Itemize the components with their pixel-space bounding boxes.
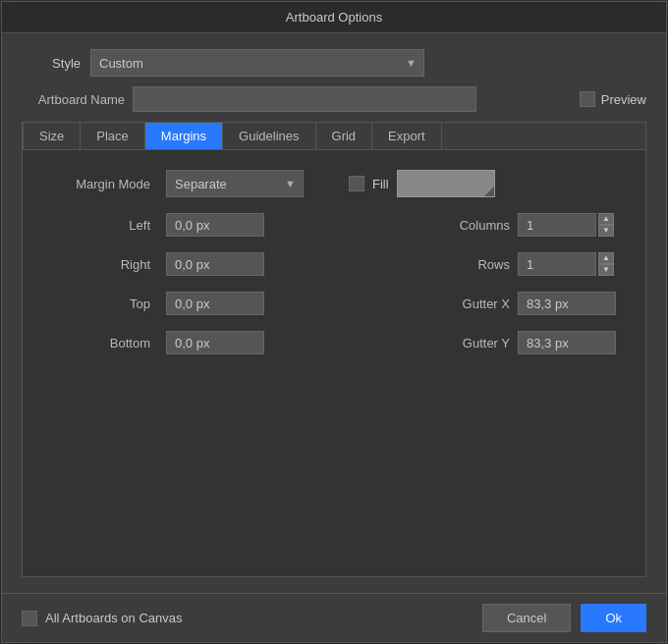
artboard-name-label: Artboard Name xyxy=(22,92,125,107)
artboard-name-left: Artboard Name xyxy=(22,86,476,112)
tab-margins[interactable]: Margins xyxy=(145,123,223,149)
tab-export[interactable]: Export xyxy=(372,123,442,149)
gutterx-row: Gutter X xyxy=(441,292,616,315)
preview-row: Preview xyxy=(580,91,646,107)
ok-button[interactable]: Ok xyxy=(581,604,646,632)
top-label: Top xyxy=(52,296,150,311)
artboard-name-row: Artboard Name Preview xyxy=(22,86,646,112)
dialog-content: Style Custom A4 Letter ▼ Artboard Name P… xyxy=(2,33,666,593)
style-label: Style xyxy=(22,56,81,71)
right-field-row: Right xyxy=(52,252,264,276)
footer-left: All Artboards on Canvas xyxy=(22,611,182,626)
gutter-x-input[interactable] xyxy=(518,292,616,315)
dialog-title: Artboard Options xyxy=(286,10,382,25)
tab-grid[interactable]: Grid xyxy=(316,123,373,149)
margin-mode-row: Margin Mode Separate Uniform ▼ Fill xyxy=(52,170,616,197)
columns-label: Columns xyxy=(441,218,510,233)
left-field-row: Left xyxy=(52,213,264,237)
bottom-field-row: Bottom xyxy=(52,331,264,354)
all-artboards-label: All Artboards on Canvas xyxy=(45,611,182,625)
bottom-input[interactable] xyxy=(166,331,264,354)
right-label: Right xyxy=(52,257,150,272)
bottom-label: Bottom xyxy=(52,336,150,350)
preview-checkbox[interactable] xyxy=(580,91,595,107)
margin-mode-select-wrapper: Separate Uniform ▼ xyxy=(166,170,304,197)
preview-label: Preview xyxy=(601,92,646,107)
gutter-y-input[interactable] xyxy=(518,331,616,354)
all-artboards-checkbox[interactable] xyxy=(22,611,37,626)
columns-input[interactable] xyxy=(518,213,596,237)
fill-section: Fill xyxy=(349,170,495,197)
artboard-name-input[interactable] xyxy=(133,86,476,112)
style-row: Style Custom A4 Letter ▼ xyxy=(22,49,646,77)
tabs-container: Size Place Margins Guidelines Grid Expor… xyxy=(22,122,646,577)
top-field-row: Top xyxy=(52,292,264,315)
rows-label: Rows xyxy=(441,257,510,272)
tab-size[interactable]: Size xyxy=(23,123,81,149)
footer: All Artboards on Canvas Cancel Ok xyxy=(2,593,666,642)
rows-row: Rows ▲ ▼ xyxy=(441,252,616,276)
fill-color-triangle-icon xyxy=(484,187,494,196)
gutter-x-label: Gutter X xyxy=(441,296,510,311)
margins-tab-content: Margin Mode Separate Uniform ▼ Fill xyxy=(23,150,645,576)
artboard-options-dialog: Artboard Options Style Custom A4 Letter … xyxy=(1,1,667,643)
right-input[interactable] xyxy=(166,252,264,276)
title-bar: Artboard Options xyxy=(2,2,666,33)
columns-spinner-buttons: ▲ ▼ xyxy=(598,213,614,237)
left-fields: Left Right Top Bottom xyxy=(52,213,264,557)
rows-down-button[interactable]: ▼ xyxy=(598,264,614,276)
rows-up-button[interactable]: ▲ xyxy=(598,252,614,264)
columns-row: Columns ▲ ▼ xyxy=(441,213,616,237)
left-label: Left xyxy=(52,218,150,233)
rows-input[interactable] xyxy=(518,252,596,276)
rows-spinner: ▲ ▼ xyxy=(518,252,614,276)
footer-right: Cancel Ok xyxy=(482,604,646,632)
style-select-wrapper: Custom A4 Letter ▼ xyxy=(90,49,424,77)
guttery-row: Gutter Y xyxy=(441,331,616,354)
margin-mode-select[interactable]: Separate Uniform xyxy=(166,170,304,197)
fill-label: Fill xyxy=(372,177,389,191)
rows-spinner-buttons: ▲ ▼ xyxy=(598,252,614,276)
tab-place[interactable]: Place xyxy=(81,123,145,149)
right-fields: Columns ▲ ▼ Rows xyxy=(441,213,616,557)
columns-down-button[interactable]: ▼ xyxy=(598,225,614,237)
gutter-y-label: Gutter Y xyxy=(441,336,510,350)
columns-up-button[interactable]: ▲ xyxy=(598,213,614,225)
cancel-button[interactable]: Cancel xyxy=(482,604,571,632)
style-select[interactable]: Custom A4 Letter xyxy=(90,49,424,77)
fill-checkbox[interactable] xyxy=(349,176,364,191)
columns-spinner: ▲ ▼ xyxy=(518,213,614,237)
top-input[interactable] xyxy=(166,292,264,315)
left-input[interactable] xyxy=(166,213,264,237)
fill-color-box[interactable] xyxy=(397,170,495,197)
margin-mode-label: Margin Mode xyxy=(52,177,150,191)
tab-guidelines[interactable]: Guidelines xyxy=(223,123,315,149)
tabs-bar: Size Place Margins Guidelines Grid Expor… xyxy=(23,123,645,150)
two-column-section: Left Right Top Bottom xyxy=(52,213,616,557)
